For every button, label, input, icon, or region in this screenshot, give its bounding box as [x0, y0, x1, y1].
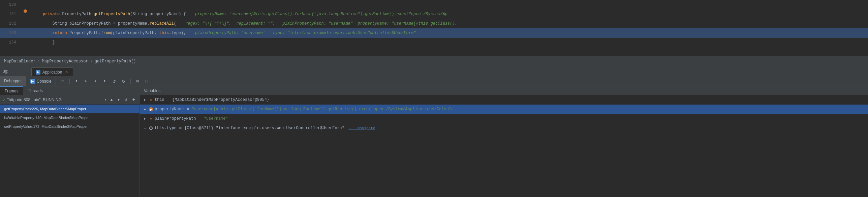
toolbar-btn-step-out[interactable]: ⬇: [91, 77, 99, 85]
debug-toolbar: Debugger ▶ Console ≡ ⬆ ⬇ ⬇ ⬆ ↺ ↻ ⊞ ⊟: [0, 76, 868, 86]
var-icon-this: ≡: [149, 97, 153, 102]
frame-item-1[interactable]: isWritableProperty:140, MapDataBinder$Ma…: [0, 113, 140, 122]
console-tab-icon: ▶: [30, 79, 35, 84]
code-line-132: 132 String plainPropertyPath = propertyN…: [0, 19, 868, 28]
breadcrumb-sep-2: ›: [90, 59, 93, 64]
left-panel: Frames Threads ✓ "http-nio-808...ain": R…: [0, 86, 140, 197]
code-line-131: 131 private PropertyPath getPropertyPath…: [0, 9, 868, 19]
toolbar-btn-watches[interactable]: ⊞: [133, 77, 142, 85]
frames-list: ✓ "http-nio-808...ain": RUNNING ▾ ▲ ▼ ⊎ …: [0, 95, 140, 197]
line-number-134: 134: [0, 38, 20, 47]
variable-propertyname[interactable]: ▶ p propertyName = "username[#this.getCl…: [140, 105, 868, 114]
code-line-134: 134 }: [0, 38, 868, 47]
tab-threads-label: Threads: [28, 88, 43, 93]
var-icon-propertyname: p: [149, 107, 153, 112]
tab-frames-label: Frames: [5, 89, 19, 93]
variables-header: Variables: [140, 86, 868, 95]
toolbar-btn-eval[interactable]: ↺: [110, 77, 118, 85]
console-tab-label: Console: [37, 79, 52, 84]
breadcrumb: MapDataBinder › MapPropertyAccessor › ge…: [0, 57, 868, 66]
line-number-131: 131: [0, 9, 20, 19]
thread-down-button[interactable]: ▼: [116, 97, 122, 103]
line-number-133: 133: [0, 28, 20, 38]
code-line-130: 130: [0, 0, 868, 9]
debugger-tab-label: Debugger: [4, 79, 22, 83]
toolbar-btn-run-to-cursor[interactable]: ⬆: [101, 77, 109, 85]
frame-item-2[interactable]: setPropertyValue:173, MapDataBinder$MapP…: [0, 122, 140, 131]
thread-item: ✓ "http-nio-808...ain": RUNNING ▾ ▲ ▼ ⊎ …: [0, 95, 140, 105]
app-tab-bar: ug: ▶ Application ✕: [0, 66, 868, 76]
toolbar-sep-2: [130, 79, 131, 84]
tab-frames[interactable]: Frames: [0, 86, 23, 95]
thread-filter-button[interactable]: ⊎: [123, 97, 129, 103]
code-content-133: return PropertyPath.from(plainPropertyPa…: [30, 28, 868, 38]
frame-item-1-label: isWritableProperty:140, MapDataBinder$Ma…: [4, 116, 88, 120]
variables-list: ▶ ≡ this = {MapDataBinder$MapPropertyAcc…: [140, 95, 868, 197]
frame-item-0[interactable]: getPropertyPath:226, MapDataBinder$MapPr…: [0, 105, 140, 113]
var-expand-propertyname[interactable]: ▶: [143, 107, 147, 112]
breadcrumb-item-1[interactable]: MapDataBinder: [4, 59, 36, 64]
breadcrumb-item-2[interactable]: MapPropertyAccessor: [42, 59, 88, 64]
debug-main-panel: Frames Threads ✓ "http-nio-808...ain": R…: [0, 86, 868, 197]
var-expand-this[interactable]: ▶: [143, 97, 147, 102]
variable-this[interactable]: ▶ ≡ this = {MapDataBinder$MapPropertyAcc…: [140, 95, 868, 105]
right-panel: Variables ▶ ≡ this = {MapDataBinder$MapP…: [140, 86, 868, 197]
code-content-131: private PropertyPath getPropertyPath(Str…: [30, 9, 868, 19]
line-number-130: 130: [0, 0, 20, 9]
code-content-130: [30, 0, 868, 9]
line-number-132: 132: [0, 19, 20, 28]
toolbar-btn-restore[interactable]: ⊟: [143, 77, 151, 85]
tab-threads[interactable]: Threads: [23, 86, 48, 95]
variables-header-label: Variables: [144, 88, 160, 93]
var-icon-thistype: [149, 126, 153, 131]
app-tab-label: Application: [42, 70, 62, 75]
toolbar-btn-list[interactable]: ≡: [59, 77, 67, 85]
breakpoint-dot-131: [24, 9, 27, 13]
breadcrumb-sep-1: ›: [38, 59, 40, 64]
code-editor: 130 131 private PropertyPath getProperty…: [0, 0, 868, 57]
toolbar-btn-eval2[interactable]: ↻: [120, 77, 128, 85]
code-line-133: 133 return PropertyPath.from(plainProper…: [0, 28, 868, 38]
ug-label: ug:: [0, 69, 11, 74]
var-icon-plain: ≡: [149, 116, 153, 121]
toolbar-sep-1: [69, 79, 70, 84]
panel-tab-bar: Frames Threads: [0, 86, 140, 95]
application-tab[interactable]: ▶ Application ✕: [31, 67, 73, 76]
variable-thistype[interactable]: ○ this.type = {Class@8711} "interface ex…: [140, 123, 868, 133]
app-tab-close-button[interactable]: ✕: [64, 70, 69, 75]
code-content-134: }: [30, 38, 868, 47]
var-expand-plain[interactable]: ▶: [143, 116, 147, 121]
variable-plainpropertypath[interactable]: ▶ ≡ plainPropertyPath = "username": [140, 114, 868, 123]
debugger-tab[interactable]: Debugger: [0, 76, 26, 86]
var-expand-thistype[interactable]: ○: [143, 126, 147, 131]
breakpoint-131: [20, 9, 30, 13]
console-tab[interactable]: ▶ Console: [26, 76, 56, 86]
thread-up-button[interactable]: ▲: [108, 97, 115, 103]
navigate-link[interactable]: ... Navigate: [348, 126, 375, 130]
app-tab-icon: ▶: [36, 70, 40, 75]
code-content-132: String plainPropertyPath = propertyName.…: [30, 19, 868, 28]
frame-item-0-label: getPropertyPath:226, MapDataBinder$MapPr…: [4, 107, 86, 111]
breadcrumb-item-3[interactable]: getPropertyPath(): [95, 59, 136, 64]
frame-item-2-label: setPropertyValue:173, MapDataBinder$MapP…: [4, 124, 88, 129]
thread-controls: ▲ ▼ ⊎: [108, 97, 129, 103]
add-watch-button[interactable]: +: [131, 97, 137, 103]
debug-toolbar-icons: ≡ ⬆ ⬇ ⬇ ⬆ ↺ ↻ ⊞ ⊟: [59, 77, 151, 85]
thread-check-icon: ✓: [3, 97, 5, 103]
toolbar-btn-step-into[interactable]: ⬇: [82, 77, 90, 85]
thread-dropdown-icon[interactable]: ▾: [104, 98, 106, 102]
thread-name: "http-nio-808...ain": RUNNING: [7, 97, 102, 102]
toolbar-btn-step-over[interactable]: ⬆: [72, 77, 81, 85]
